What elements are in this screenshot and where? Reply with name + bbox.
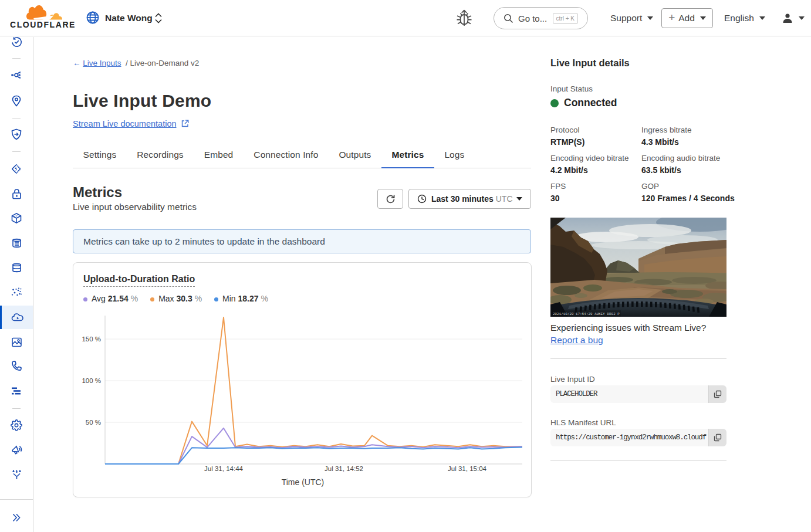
svg-text:Time (UTC): Time (UTC)	[282, 477, 325, 487]
svg-text:100 %: 100 %	[82, 377, 101, 384]
svg-text:50 %: 50 %	[86, 419, 101, 426]
svg-text:2021/10/20 17:54:29 AUKEY DR02: 2021/10/20 17:54:29 AUKEY DR02 P	[553, 312, 620, 316]
svg-text:Jul 31, 14:52: Jul 31, 14:52	[325, 465, 363, 472]
svg-text:Jul 31, 15:04: Jul 31, 15:04	[448, 465, 486, 472]
svg-text:Jul 31, 14:44: Jul 31, 14:44	[204, 465, 243, 472]
svg-text:150 %: 150 %	[82, 336, 101, 343]
svg-text:CLOUDFLARE: CLOUDFLARE	[10, 20, 76, 29]
